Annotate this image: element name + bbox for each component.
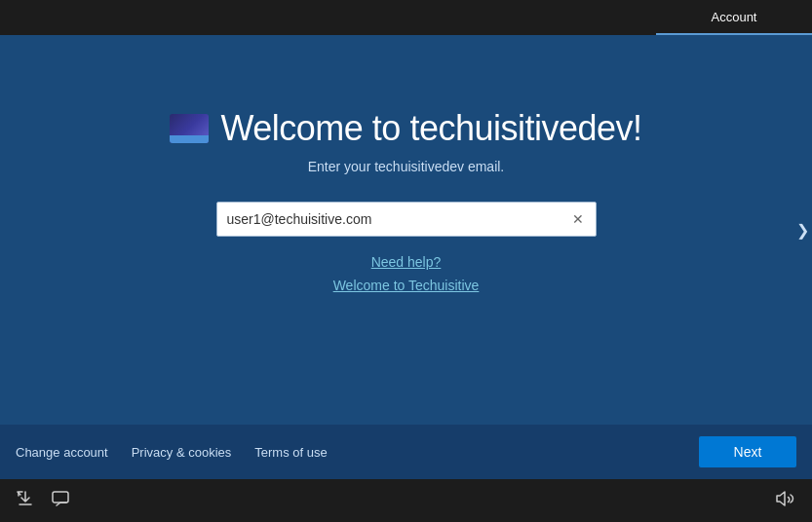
welcome-to-techuisitive-link[interactable]: Welcome to Techuisitive — [333, 278, 480, 293]
status-bar-left — [16, 489, 70, 513]
next-button[interactable]: Next — [699, 436, 796, 467]
top-bar: Account — [0, 0, 812, 35]
terms-of-use-link[interactable]: Terms of use — [254, 445, 327, 460]
chat-icon[interactable] — [51, 489, 70, 513]
volume-icon[interactable] — [775, 488, 796, 514]
privacy-cookies-link[interactable]: Privacy & cookies — [132, 445, 232, 460]
scroll-indicator: ❯ — [793, 221, 812, 240]
account-tab[interactable]: Account — [656, 0, 812, 35]
download-icon[interactable] — [16, 489, 35, 513]
bottom-bar: Change account Privacy & cookies Terms o… — [0, 425, 812, 479]
account-tab-label: Account — [712, 10, 757, 24]
need-help-link[interactable]: Need help? — [371, 254, 442, 270]
email-input[interactable] — [216, 202, 597, 237]
chevron-right-icon: ❯ — [796, 221, 809, 240]
svg-rect-0 — [53, 492, 68, 503]
bottom-links: Change account Privacy & cookies Terms o… — [16, 445, 699, 460]
page-wrapper: Welcome to techuisitivedev! Enter your t… — [0, 35, 812, 425]
clear-icon[interactable]: ✕ — [569, 210, 587, 228]
app-logo — [170, 114, 209, 143]
welcome-title: Welcome to techuisitivedev! — [220, 108, 641, 149]
change-account-link[interactable]: Change account — [16, 445, 108, 460]
subtitle: Enter your techuisitivedev email. — [308, 159, 505, 174]
main-content: Welcome to techuisitivedev! Enter your t… — [0, 35, 812, 425]
email-input-wrapper: ✕ — [216, 202, 597, 237]
logo-title-row: Welcome to techuisitivedev! — [170, 108, 641, 149]
status-bar — [0, 479, 812, 522]
